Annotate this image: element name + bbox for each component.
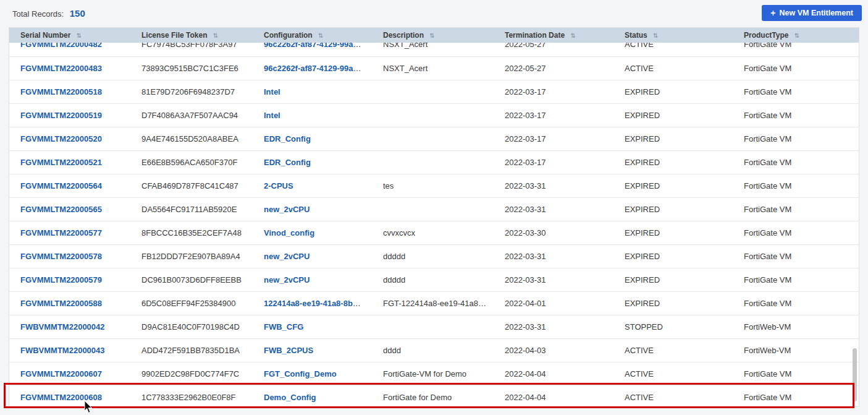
license-token-cell: CFAB469D787F8C41C487 bbox=[130, 174, 253, 197]
column-header-label: Termination Date bbox=[505, 31, 565, 40]
configuration-link[interactable]: new_2vCPU bbox=[264, 275, 310, 285]
column-header[interactable]: ProductType ⇅ bbox=[733, 28, 859, 43]
configuration-link[interactable]: FWB_2CPUS bbox=[264, 346, 313, 355]
description-cell bbox=[372, 127, 494, 150]
serial-number-link[interactable]: FGVMMLTM22000564 bbox=[20, 181, 102, 190]
plus-icon: + bbox=[770, 8, 775, 18]
description-cell: FortiGate for Demo bbox=[372, 385, 494, 406]
configuration-link[interactable]: new_2vCPU bbox=[264, 205, 310, 214]
description-cell: ddddd bbox=[372, 268, 494, 291]
serial-number-link[interactable]: FWBVMMTM22000042 bbox=[20, 322, 105, 332]
termination-date-cell: 2022-03-31 bbox=[494, 244, 613, 268]
termination-date-cell: 2022-04-04 bbox=[494, 362, 613, 385]
status-cell: EXPIRED bbox=[613, 221, 733, 244]
termination-date-cell: 2022-05-27 bbox=[494, 43, 613, 56]
sort-icon[interactable]: ⇅ bbox=[429, 32, 434, 39]
table-row: FGVMMLTM22000608 1C778333E2962B0E0F8F De… bbox=[9, 385, 859, 406]
license-token-cell: DA5564FC91711AB5920E bbox=[130, 197, 253, 221]
table-row: FGVMMLTM22000588 6D5C08EFF94F25384900 12… bbox=[9, 291, 859, 315]
configuration-link[interactable]: Intel bbox=[264, 111, 280, 120]
table-row: FGVMMLTM22000607 9902ED2C98FD0C774F7C FG… bbox=[9, 362, 859, 385]
configuration-link[interactable]: 96c2262f-af87-4129-99a8-... bbox=[264, 64, 367, 73]
serial-number-link[interactable]: FGVMMLTM22000521 bbox=[20, 158, 102, 167]
serial-number-link[interactable]: FGVMMLTM22000607 bbox=[20, 369, 102, 379]
status-cell: EXPIRED bbox=[613, 103, 733, 127]
serial-number-link[interactable]: FGVMMLTM22000565 bbox=[20, 205, 102, 214]
table-body-table: FGVMMLTM22000482 FC7974BC53FF078F3A97 96… bbox=[9, 43, 859, 406]
table-row: FGVMMLTM22000483 73893C9515BC7C1C3FE6 96… bbox=[9, 56, 859, 80]
license-token-cell: D9AC81E40C0F70198C4D bbox=[130, 315, 253, 338]
configuration-link[interactable]: 2-CPUS bbox=[264, 181, 293, 190]
configuration-link[interactable]: 122414a8-ee19-41a8-8b41... bbox=[264, 299, 368, 308]
product-type-cell: FortiGate VM bbox=[733, 197, 859, 221]
configuration-link[interactable]: Vinod_config bbox=[264, 228, 314, 237]
description-cell bbox=[372, 80, 494, 103]
product-type-cell: FortiGate VM bbox=[733, 244, 859, 268]
sort-icon[interactable]: ⇅ bbox=[794, 32, 799, 39]
status-cell: ACTIVE bbox=[613, 56, 733, 80]
table-row: FGVMMLTM22000519 D7F4086A3A7F507AAC94 In… bbox=[9, 103, 859, 127]
table-scroll-area[interactable]: FGVMMLTM22000482 FC7974BC53FF078F3A97 96… bbox=[9, 43, 859, 406]
serial-number-link[interactable]: FGVMMLTM22000483 bbox=[20, 64, 102, 73]
table-row: FGVMMLTM22000565 DA5564FC91711AB5920E ne… bbox=[9, 197, 859, 221]
termination-date-cell: 2022-04-03 bbox=[494, 338, 613, 362]
serial-number-link[interactable]: FGVMMLTM22000518 bbox=[20, 87, 102, 96]
configuration-link[interactable]: 96c2262f-af87-4129-99a8-... bbox=[264, 43, 367, 49]
serial-number-link[interactable]: FGVMMLTM22000578 bbox=[20, 252, 102, 261]
table-row: FGVMMLTM22000564 CFAB469D787F8C41C487 2-… bbox=[9, 174, 859, 197]
column-header[interactable]: Termination Date ⇅ bbox=[494, 28, 613, 43]
description-cell bbox=[372, 150, 494, 174]
vertical-scrollbar-thumb[interactable] bbox=[853, 348, 857, 401]
vm-entitlements-screen: Total Records: 150 + New VM Entitlement … bbox=[0, 0, 868, 26]
description-cell: FGT-122414a8-ee19-41a8-... bbox=[372, 291, 494, 315]
termination-date-cell: 2022-03-17 bbox=[494, 103, 613, 127]
configuration-link[interactable]: Demo_Config bbox=[264, 393, 316, 402]
status-cell: EXPIRED bbox=[613, 291, 733, 315]
sort-icon[interactable]: ⇅ bbox=[77, 32, 82, 39]
serial-number-link[interactable]: FGVMMLTM22000577 bbox=[20, 228, 102, 237]
configuration-link[interactable]: new_2vCPU bbox=[264, 252, 310, 261]
termination-date-cell: 2022-04-01 bbox=[494, 291, 613, 315]
termination-date-cell: 2022-03-31 bbox=[494, 315, 613, 338]
sort-icon[interactable]: ⇅ bbox=[318, 32, 323, 39]
column-header[interactable]: Description ⇅ bbox=[372, 28, 494, 43]
sort-icon[interactable]: ⇅ bbox=[570, 32, 575, 39]
column-header-label: Configuration bbox=[264, 31, 313, 40]
license-token-cell: DC961B0073D6DFF8EEBB bbox=[130, 268, 253, 291]
serial-number-link[interactable]: FGVMMLTM22000579 bbox=[20, 275, 102, 285]
configuration-link[interactable]: EDR_Config bbox=[264, 134, 311, 143]
table-row: FGVMMLTM22000520 9A4E746155D520A8ABEA ED… bbox=[9, 127, 859, 150]
serial-number-link[interactable]: FGVMMLTM22000519 bbox=[20, 111, 102, 120]
serial-number-link[interactable]: FGVMMLTM22000608 bbox=[20, 393, 102, 402]
license-token-cell: 81E79D7206F6948237D7 bbox=[130, 80, 253, 103]
sort-icon[interactable]: ⇅ bbox=[653, 32, 658, 39]
table-row: FGVMMLTM22000482 FC7974BC53FF078F3A97 96… bbox=[9, 43, 859, 56]
column-header-label: License File Token bbox=[141, 31, 207, 40]
description-cell bbox=[372, 103, 494, 127]
description-cell: NSXT_Acert bbox=[372, 56, 494, 80]
column-header[interactable]: Status ⇅ bbox=[613, 28, 733, 43]
license-token-cell: FB12DDD7F2E907BA89A4 bbox=[130, 244, 253, 268]
sort-icon[interactable]: ⇅ bbox=[213, 32, 218, 39]
entitlements-table: Serial Number ⇅ License File Token ⇅ Con… bbox=[9, 27, 859, 407]
column-header[interactable]: Serial Number ⇅ bbox=[9, 28, 130, 43]
termination-date-cell: 2022-03-30 bbox=[494, 221, 613, 244]
termination-date-cell: 2022-03-17 bbox=[494, 150, 613, 174]
new-vm-entitlement-button[interactable]: + New VM Entitlement bbox=[762, 5, 862, 21]
status-cell: ACTIVE bbox=[613, 43, 733, 56]
description-cell: tes bbox=[372, 174, 494, 197]
configuration-link[interactable]: Intel bbox=[264, 87, 280, 96]
total-records-value: 150 bbox=[70, 8, 85, 19]
configuration-link[interactable]: EDR_Config bbox=[264, 158, 311, 167]
serial-number-link[interactable]: FGVMMLTM22000520 bbox=[20, 134, 102, 143]
column-header[interactable]: License File Token ⇅ bbox=[130, 28, 253, 43]
serial-number-link[interactable]: FGVMMLTM22000482 bbox=[20, 43, 102, 49]
status-cell: EXPIRED bbox=[613, 268, 733, 291]
configuration-link[interactable]: FWB_CFG bbox=[264, 322, 303, 332]
configuration-link[interactable]: FGT_Config_Demo bbox=[264, 369, 337, 379]
toolbar: Total Records: 150 + New VM Entitlement bbox=[0, 0, 868, 26]
column-header[interactable]: Configuration ⇅ bbox=[253, 28, 372, 43]
serial-number-link[interactable]: FWBVMMTM22000043 bbox=[20, 346, 105, 355]
termination-date-cell: 2022-03-31 bbox=[494, 197, 613, 221]
serial-number-link[interactable]: FGVMMLTM22000588 bbox=[20, 299, 102, 308]
